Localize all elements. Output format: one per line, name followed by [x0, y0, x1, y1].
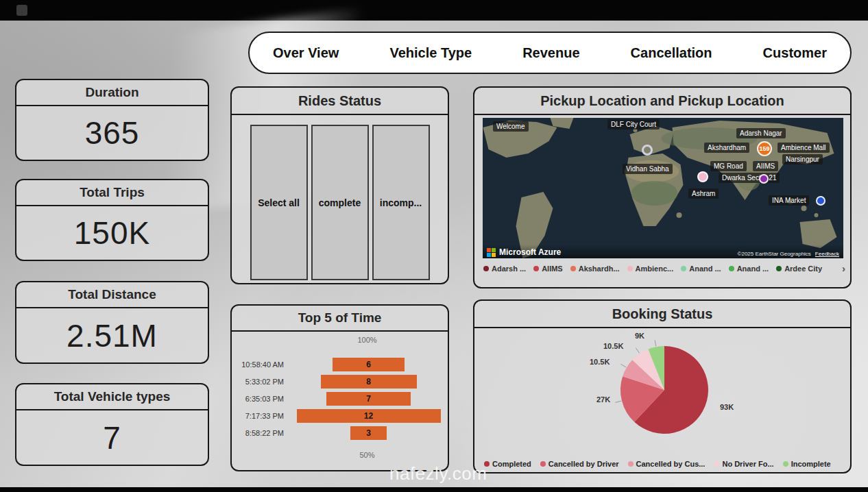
chevron-right-icon[interactable]: › [842, 263, 845, 274]
window-icon [16, 5, 27, 16]
pie-leader-line [615, 401, 621, 402]
legend-dot-icon [714, 461, 719, 467]
tab-cancellation[interactable]: Cancellation [631, 45, 712, 61]
funnel-bar[interactable]: 12 [297, 409, 441, 423]
pie-chart: 93K27K10.5K10.5K9K [474, 327, 852, 445]
top-bar [0, 0, 868, 21]
tab-overview[interactable]: Over View [273, 45, 339, 61]
legend-label: Anand ... [689, 265, 721, 273]
funnel-row: 6:35:03 PM7 [232, 390, 448, 407]
legend-label: Akshardh... [579, 265, 620, 273]
funnel-bar-area: 8 [289, 375, 448, 389]
map-label: Ambience Mall [777, 143, 830, 153]
nav-tab-bar: Over View Vehicle Type Revenue Cancellat… [248, 32, 852, 74]
funnel-row: 10:58:40 AM6 [232, 356, 448, 373]
map-label: AIIMS [753, 161, 778, 171]
funnel-bar[interactable]: 6 [333, 358, 405, 371]
map-legend-item[interactable]: Ambienc... [627, 265, 674, 273]
funnel-top-percent: 100% [289, 336, 445, 344]
funnel-bar[interactable]: 3 [350, 426, 387, 440]
legend-dot-icon [628, 461, 634, 467]
booking-legend-item[interactable]: Cancelled by Driver [540, 460, 619, 468]
funnel-bar[interactable]: 7 [326, 392, 411, 406]
funnel-category-label: 8:58:22 PM [232, 429, 289, 437]
map-legend-item[interactable]: AIIMS [533, 265, 563, 273]
pie-value-label: 10.5K [603, 342, 623, 350]
booking-legend-item[interactable]: Completed [484, 460, 531, 468]
legend-label: Anand ... [737, 265, 769, 273]
map-label: Vidhan Sabha [623, 164, 673, 174]
kpi-title: Total Distance [16, 282, 208, 308]
legend-dot-icon [570, 266, 576, 271]
funnel-rows: 10:58:40 AM65:33:02 PM86:35:03 PM77:17:3… [232, 356, 448, 441]
map-point[interactable] [759, 174, 769, 184]
booking-legend-item[interactable]: Cancelled by Cus... [628, 460, 706, 468]
microsoft-logo-icon [487, 248, 496, 257]
tab-revenue[interactable]: Revenue [522, 45, 579, 61]
slicer-incomplete-button[interactable]: incomp... [372, 125, 430, 280]
map-attribution: ©2025 EarthStar Geographics Feedback [738, 251, 839, 257]
map-point[interactable] [816, 196, 825, 206]
legend-dot-icon [533, 266, 539, 271]
funnel-row: 5:33:02 PM8 [232, 373, 448, 390]
funnel-category-label: 7:17:33 PM [232, 412, 289, 420]
funnel-row: 8:58:22 PM3 [232, 424, 448, 441]
map-legend: Adarsh ...AIIMSAkshardh...Ambienc...Anan… [483, 265, 832, 273]
map-brand-label: Microsoft Azure [499, 247, 561, 257]
top5-title: Top 5 of Time [232, 306, 448, 332]
kpi-title: Duration [16, 80, 208, 106]
funnel-bar[interactable]: 8 [321, 375, 417, 389]
legend-label: Adarsh ... [492, 265, 526, 273]
pie-leader-line [655, 340, 656, 346]
map-legend-item[interactable]: Anand ... [729, 265, 769, 273]
map-canvas[interactable]: WelcomeDLF City CourtAdarsh NagarAkshard… [483, 118, 843, 258]
booking-status-title: Booking Status [474, 301, 850, 328]
kpi-card-duration: Duration 365 [15, 79, 209, 161]
kpi-value: 365 [16, 106, 208, 160]
legend-label: Cancelled by Driver [548, 460, 619, 468]
funnel-bar-area: 3 [289, 426, 448, 440]
map-point[interactable] [642, 145, 653, 156]
map-label: Akshardham [704, 143, 749, 153]
map-label: Narsingpur [782, 154, 823, 164]
slicer-complete-button[interactable]: complete [311, 125, 369, 280]
tab-customer[interactable]: Customer [763, 45, 827, 61]
map-point[interactable] [697, 171, 708, 182]
pie-value-label: 10.5K [590, 358, 610, 366]
rides-status-title: Rides Status [232, 88, 448, 115]
legend-dot-icon [484, 461, 490, 467]
legend-dot-icon [483, 266, 489, 271]
rides-status-slicer: Select all complete incomp... [232, 115, 448, 280]
legend-dot-icon [783, 461, 788, 467]
pie-leader-line [620, 364, 626, 367]
tab-vehicle-type[interactable]: Vehicle Type [389, 45, 472, 61]
funnel-row: 7:17:33 PM12 [232, 407, 448, 424]
legend-dot-icon [681, 266, 686, 271]
top5-time-panel: Top 5 of Time 100% 10:58:40 AM65:33:02 P… [230, 304, 449, 471]
legend-dot-icon [729, 266, 734, 271]
legend-label: Ambienc... [636, 265, 674, 273]
map-legend-item[interactable]: Anand ... [681, 265, 721, 273]
pickup-location-panel: Pickup Location and Pickup Location [473, 86, 852, 288]
booking-status-panel: Booking Status 93K27K10.5K10.5K9K Comple… [473, 299, 852, 473]
legend-label: Incomplete [791, 460, 831, 468]
legend-label: Ardee City [784, 265, 822, 273]
feedback-link[interactable]: Feedback [815, 251, 839, 257]
slicer-select-all-button[interactable]: Select all [250, 125, 308, 280]
booking-legend-item[interactable]: No Driver Fo... [714, 460, 773, 468]
kpi-value: 150K [16, 206, 208, 260]
pickup-panel-title: Pickup Location and Pickup Location [474, 88, 850, 115]
funnel-category-label: 5:33:02 PM [232, 378, 289, 386]
booking-legend-item[interactable]: Incomplete [783, 460, 831, 468]
kpi-value: 2.51M [16, 308, 208, 362]
map-cluster-bubble[interactable]: 159 [757, 141, 772, 156]
map-label: Dwarka Sector 21 [719, 173, 780, 183]
map-legend-item[interactable]: Akshardh... [570, 265, 620, 273]
map-legend-item[interactable]: Ardee City [776, 265, 822, 273]
kpi-card-total-trips: Total Trips 150K [15, 179, 209, 261]
pie-value-label: 27K [596, 395, 610, 404]
legend-label: AIIMS [542, 265, 563, 273]
map-legend-item[interactable]: Adarsh ... [483, 265, 526, 273]
funnel-category-label: 10:58:40 AM [232, 360, 289, 369]
legend-label: No Driver Fo... [722, 460, 773, 468]
